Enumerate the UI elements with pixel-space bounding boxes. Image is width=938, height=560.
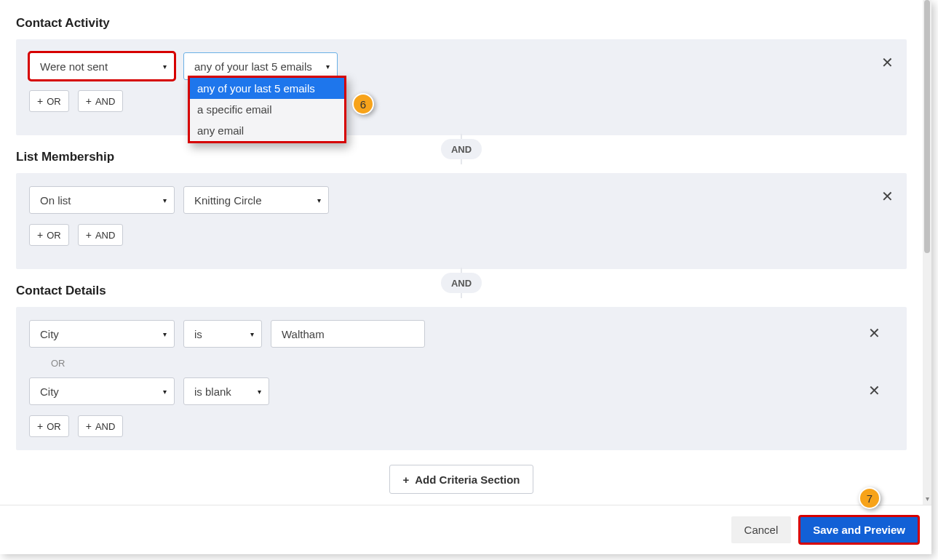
button-label: OR [47, 96, 61, 107]
plus-icon: + [86, 95, 92, 107]
scrollbar-thumb[interactable] [924, 0, 930, 253]
chevron-down-icon: ▾ [326, 63, 330, 71]
callout-badge-6: 6 [352, 93, 374, 115]
remove-block-icon[interactable]: ✕ [881, 189, 894, 204]
button-label: OR [47, 421, 61, 432]
select-value: Were not sent [40, 60, 108, 73]
scope-dropdown-panel: any of your last 5 emails a specific ema… [188, 76, 346, 143]
criteria-block-contact-details: City ▾ is ▾ ✕ OR City ▾ is blank ▾ [16, 307, 907, 450]
and-pill: AND [441, 273, 482, 293]
select-value: is [194, 328, 202, 340]
dropdown-option-specific[interactable]: a specific email [190, 99, 344, 120]
footer-bar: Cancel Save and Preview [0, 505, 931, 554]
plus-icon: + [37, 95, 43, 107]
add-or-button[interactable]: + OR [29, 90, 69, 112]
plus-icon: + [86, 420, 92, 432]
button-label: AND [95, 421, 115, 432]
cancel-button[interactable]: Cancel [731, 516, 792, 543]
scrollbar-track[interactable]: ▾ [923, 0, 931, 505]
add-and-button[interactable]: + AND [78, 90, 124, 112]
button-label: OR [47, 230, 61, 241]
select-value: City [40, 385, 59, 398]
add-criteria-wrap: + Add Criteria Section [0, 465, 923, 494]
add-or-button[interactable]: + OR [29, 415, 69, 437]
button-label: AND [95, 96, 115, 107]
remove-row-icon[interactable]: ✕ [868, 383, 881, 398]
select-value: On list [40, 194, 71, 207]
remove-block-icon[interactable]: ✕ [881, 55, 894, 70]
callout-badge-7: 7 [859, 487, 881, 509]
button-label: Add Criteria Section [415, 473, 520, 486]
criteria-block-list-membership: On list ▾ Knitting Circle ▾ + OR + AND ✕ [16, 173, 907, 269]
select-list-status[interactable]: On list ▾ [29, 186, 175, 214]
save-and-preview-button[interactable]: Save and Preview [800, 516, 918, 543]
select-value: Knitting Circle [194, 194, 262, 207]
add-or-button[interactable]: + OR [29, 224, 69, 246]
add-criteria-button[interactable]: + Add Criteria Section [389, 465, 534, 494]
criteria-block-contact-activity: Were not sent ▾ any of your last 5 email… [16, 39, 907, 135]
plus-icon: + [37, 420, 43, 432]
plus-icon: + [37, 229, 43, 241]
plus-icon: + [403, 473, 410, 486]
section-title-contact-activity: Contact Activity [16, 16, 923, 31]
scrollbar-down-icon[interactable]: ▾ [923, 495, 931, 503]
select-detail-op-2[interactable]: is blank ▾ [183, 377, 269, 405]
button-label: AND [95, 230, 115, 241]
and-connector: AND [0, 269, 923, 297]
add-and-button[interactable]: + AND [78, 415, 124, 437]
detail-value-input-1[interactable] [271, 320, 425, 348]
chevron-down-icon: ▾ [163, 388, 167, 396]
select-detail-field-1[interactable]: City ▾ [29, 320, 175, 348]
select-detail-field-2[interactable]: City ▾ [29, 377, 175, 405]
select-list-name[interactable]: Knitting Circle ▾ [183, 186, 329, 214]
and-pill: AND [441, 139, 482, 159]
dropdown-option-last5[interactable]: any of your last 5 emails [190, 78, 344, 99]
select-detail-op-1[interactable]: is ▾ [183, 320, 262, 348]
main-content: Contact Activity Were not sent ▾ any of … [0, 0, 923, 505]
select-value: is blank [194, 385, 231, 398]
or-label: OR [51, 358, 894, 369]
chevron-down-icon: ▾ [163, 63, 167, 71]
plus-icon: + [86, 229, 92, 241]
dropdown-option-any[interactable]: any email [190, 120, 344, 141]
chevron-down-icon: ▾ [163, 330, 167, 338]
select-value: City [40, 328, 59, 340]
chevron-down-icon: ▾ [163, 196, 167, 204]
chevron-down-icon: ▾ [317, 196, 321, 204]
add-and-button[interactable]: + AND [78, 224, 124, 246]
chevron-down-icon: ▾ [258, 388, 261, 396]
app-viewport: Contact Activity Were not sent ▾ any of … [0, 0, 931, 554]
remove-row-icon[interactable]: ✕ [868, 326, 881, 340]
chevron-down-icon: ▾ [250, 330, 254, 338]
select-contact-activity-condition[interactable]: Were not sent ▾ [29, 52, 175, 80]
select-value: any of your last 5 emails [194, 60, 312, 73]
and-connector: AND [0, 135, 923, 163]
